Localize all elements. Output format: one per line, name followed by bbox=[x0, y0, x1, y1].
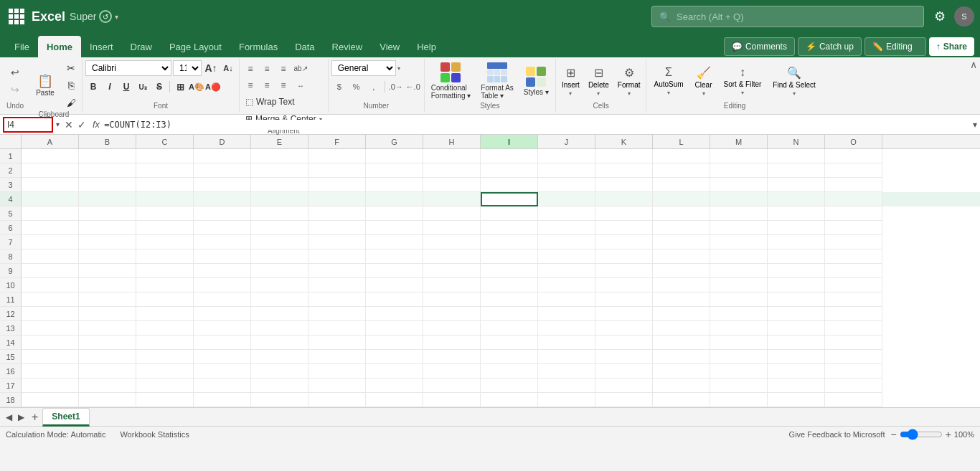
tab-formulas[interactable]: Formulas bbox=[230, 36, 286, 57]
delete-cells-button[interactable]: ⊟ Delete ▾ bbox=[585, 65, 612, 98]
clear-button[interactable]: 🧹 Clear ▾ bbox=[691, 65, 717, 98]
strikethrough-button[interactable]: S bbox=[151, 79, 167, 95]
cell-h3[interactable] bbox=[423, 178, 481, 192]
cell-d5[interactable] bbox=[194, 206, 251, 221]
format-as-table-button[interactable]: Format AsTable ▾ bbox=[477, 60, 517, 102]
cell-e4[interactable] bbox=[251, 192, 308, 206]
user-avatar[interactable]: S bbox=[954, 6, 974, 27]
cell-i4[interactable] bbox=[481, 192, 538, 206]
wrap-text-button[interactable]: ⬚ Wrap Text bbox=[242, 94, 325, 110]
settings-button[interactable]: ⚙ bbox=[931, 6, 948, 27]
format-painter-button[interactable]: 🖌 bbox=[63, 95, 79, 110]
orientation-button[interactable]: ab↗ bbox=[293, 60, 308, 76]
cell-styles-button[interactable]: Styles ▾ bbox=[520, 65, 552, 98]
sheet-nav-right-button[interactable]: ▶ bbox=[15, 412, 27, 422]
redo-button[interactable]: ↪ bbox=[6, 82, 24, 97]
cell-l2[interactable] bbox=[653, 163, 710, 178]
search-bar[interactable]: 🔍 Search (Alt + Q) bbox=[651, 6, 924, 27]
font-color-button[interactable]: A🔴 bbox=[205, 79, 221, 95]
cell-c5[interactable] bbox=[136, 206, 194, 221]
tab-data[interactable]: Data bbox=[286, 36, 323, 57]
format-cells-button[interactable]: ⚙ Format ▾ bbox=[615, 65, 644, 98]
add-sheet-button[interactable]: + bbox=[27, 411, 42, 424]
cell-c1[interactable] bbox=[136, 149, 194, 163]
workbook-stats-button[interactable]: Workbook Statistics bbox=[120, 430, 189, 439]
cell-c2[interactable] bbox=[136, 163, 194, 178]
cell-n4[interactable] bbox=[768, 192, 825, 206]
cell-k4[interactable] bbox=[595, 192, 653, 206]
cell-c3[interactable] bbox=[136, 178, 194, 192]
number-format-select[interactable]: General bbox=[331, 60, 396, 76]
insert-cells-button[interactable]: ⊞ Insert ▾ bbox=[559, 65, 583, 98]
decrease-font-size-button[interactable]: A↓ bbox=[220, 60, 236, 76]
cell-j5[interactable] bbox=[538, 206, 595, 221]
col-header-j[interactable]: J bbox=[538, 135, 595, 148]
zoom-slider[interactable] bbox=[900, 429, 943, 440]
cell-a5[interactable] bbox=[22, 206, 79, 221]
dropdown-arrow-autosave[interactable]: ▾ bbox=[115, 13, 118, 21]
cell-g2[interactable] bbox=[366, 163, 423, 178]
cell-m3[interactable] bbox=[710, 178, 768, 192]
cell-h5[interactable] bbox=[423, 206, 481, 221]
cell-d3[interactable] bbox=[194, 178, 251, 192]
col-header-d[interactable]: D bbox=[194, 135, 251, 148]
cell-e3[interactable] bbox=[251, 178, 308, 192]
cell-f3[interactable] bbox=[308, 178, 366, 192]
col-header-o[interactable]: O bbox=[825, 135, 882, 148]
font-family-select[interactable]: Calibri bbox=[85, 60, 171, 76]
cell-g4[interactable] bbox=[366, 192, 423, 206]
cell-a1[interactable] bbox=[22, 149, 79, 163]
formula-input[interactable] bbox=[104, 120, 970, 130]
tab-draw[interactable]: Draw bbox=[122, 36, 161, 57]
currency-button[interactable]: $ bbox=[331, 79, 347, 95]
editing-button[interactable]: ✏️ Editing ▾ bbox=[864, 37, 926, 56]
col-header-g[interactable]: G bbox=[366, 135, 423, 148]
cell-g1[interactable] bbox=[366, 149, 423, 163]
align-middle-right-button[interactable]: ≡ bbox=[275, 77, 291, 93]
cell-n5[interactable] bbox=[768, 206, 825, 221]
cell-i3[interactable] bbox=[481, 178, 538, 192]
cell-o2[interactable] bbox=[825, 163, 882, 178]
formula-cancel-button[interactable]: ✕ bbox=[62, 119, 75, 130]
cell-n2[interactable] bbox=[768, 163, 825, 178]
cell-d2[interactable] bbox=[194, 163, 251, 178]
cell-g5[interactable] bbox=[366, 206, 423, 221]
cell-d4[interactable] bbox=[194, 192, 251, 206]
tab-help[interactable]: Help bbox=[408, 36, 445, 57]
cell-o4[interactable] bbox=[825, 192, 882, 206]
cell-i5[interactable] bbox=[481, 206, 538, 221]
cell-d1[interactable] bbox=[194, 149, 251, 163]
collapse-ribbon-button[interactable]: ∧ bbox=[970, 59, 977, 113]
tab-home[interactable]: Home bbox=[38, 36, 81, 57]
cell-k1[interactable] bbox=[595, 149, 653, 163]
cell-e2[interactable] bbox=[251, 163, 308, 178]
cell-k2[interactable] bbox=[595, 163, 653, 178]
formula-confirm-button[interactable]: ✓ bbox=[75, 119, 88, 130]
col-header-e[interactable]: E bbox=[251, 135, 308, 148]
cell-h4[interactable] bbox=[423, 192, 481, 206]
align-top-center-button[interactable]: ≡ bbox=[259, 61, 275, 77]
cell-j3[interactable] bbox=[538, 178, 595, 192]
cell-c4[interactable] bbox=[136, 192, 194, 206]
comments-button[interactable]: 💬 Comments bbox=[724, 37, 795, 56]
col-header-h[interactable]: H bbox=[423, 135, 481, 148]
col-header-c[interactable]: C bbox=[136, 135, 194, 148]
tab-insert[interactable]: Insert bbox=[81, 36, 122, 57]
cell-b1[interactable] bbox=[79, 149, 136, 163]
autosave-icon[interactable]: ↺ bbox=[99, 10, 112, 23]
sheet-nav-left-button[interactable]: ◀ bbox=[3, 412, 15, 422]
cell-a3[interactable] bbox=[22, 178, 79, 192]
align-middle-center-button[interactable]: ≡ bbox=[259, 77, 275, 93]
cell-name-dropdown[interactable]: ▾ bbox=[56, 120, 60, 128]
zoom-level[interactable]: 100% bbox=[954, 430, 974, 439]
bold-button[interactable]: B bbox=[85, 79, 101, 95]
cell-l4[interactable] bbox=[653, 192, 710, 206]
col-header-l[interactable]: L bbox=[653, 135, 710, 148]
col-header-f[interactable]: F bbox=[308, 135, 366, 148]
decrease-decimal-button[interactable]: ←.0 bbox=[405, 79, 421, 95]
tab-view[interactable]: View bbox=[371, 36, 408, 57]
cell-m5[interactable] bbox=[710, 206, 768, 221]
cell-j1[interactable] bbox=[538, 149, 595, 163]
catchup-button[interactable]: ⚡ Catch up bbox=[798, 37, 862, 56]
col-header-i[interactable]: I bbox=[481, 135, 538, 148]
